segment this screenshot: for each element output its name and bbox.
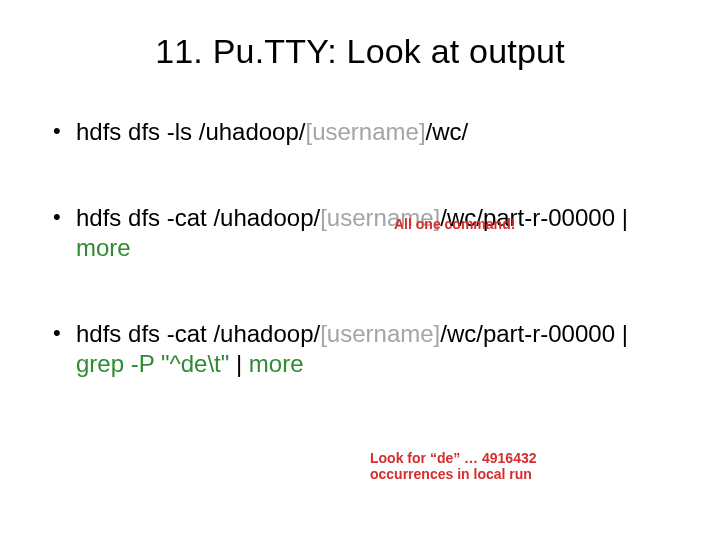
username-placeholder: [username] <box>320 320 440 347</box>
cmd-text: hdfs dfs -cat /uhadoop/ <box>76 204 320 231</box>
bullet-list: hdfs dfs -ls /uhadoop/[username]/wc/ hdf… <box>50 117 670 379</box>
pipe-command: more <box>76 234 131 261</box>
list-item: hdfs dfs -cat /uhadoop/[username]/wc/par… <box>50 319 670 379</box>
list-item: hdfs dfs -cat /uhadoop/[username]/wc/par… <box>50 203 670 263</box>
list-item: hdfs dfs -ls /uhadoop/[username]/wc/ <box>50 117 670 147</box>
slide-title: 11. Pu.TTY: Look at output <box>50 32 670 71</box>
cmd-text: | <box>229 350 249 377</box>
cmd-text: hdfs dfs -ls /uhadoop/ <box>76 118 305 145</box>
cmd-text: /wc/ <box>426 118 469 145</box>
annotation-look-for-de: Look for “de” … 4916432 occurrences in l… <box>370 450 600 482</box>
pipe-command: more <box>249 350 304 377</box>
cmd-text: /wc/part-r-00000 | <box>440 320 628 347</box>
cmd-text: hdfs dfs -cat /uhadoop/ <box>76 320 320 347</box>
username-placeholder: [username] <box>305 118 425 145</box>
annotation-all-one-command: All one command! <box>394 216 515 232</box>
pipe-command: grep -P "^de\t" <box>76 350 229 377</box>
